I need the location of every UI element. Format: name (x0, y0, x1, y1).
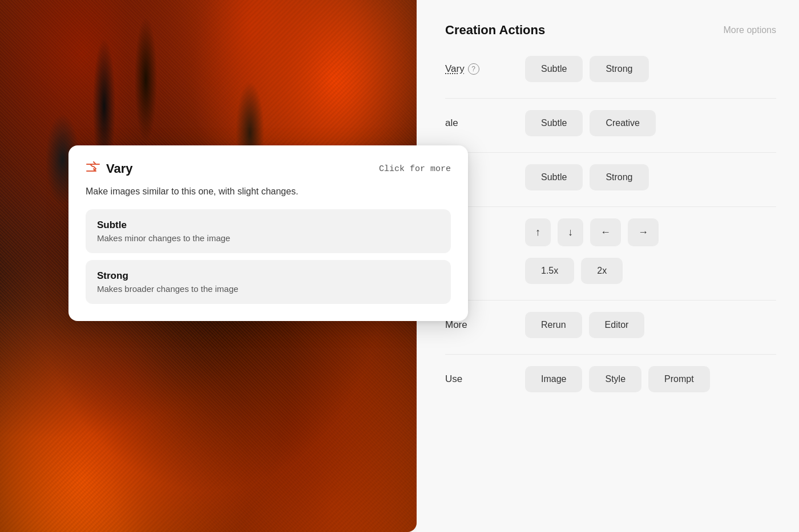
popup-option-strong-title: Strong (97, 270, 439, 282)
use-label-text: Use (445, 373, 462, 385)
editor-btn[interactable]: Editor (589, 312, 645, 338)
use-prompt-btn[interactable]: Prompt (648, 366, 710, 392)
arrow-btn-group: ↑ ↓ ← → (525, 218, 659, 246)
rerun-btn[interactable]: Rerun (525, 312, 582, 338)
popup-option-strong-desc: Makes broader changes to the image (97, 284, 439, 294)
scale-subtle-btn[interactable]: Subtle (525, 110, 583, 136)
popup-title-row: Vary (86, 161, 133, 176)
divider-3 (445, 206, 776, 207)
third-subtle-btn[interactable]: Subtle (525, 164, 583, 190)
scale-creative-btn[interactable]: Creative (590, 110, 656, 136)
arrow-action-row: ↑ ↓ ← → (445, 218, 776, 246)
vary-action-row: Vary ? Subtle Strong (445, 56, 776, 82)
popup-header: Vary Click for more (86, 161, 451, 176)
vary-btn-group: Subtle Strong (525, 56, 649, 82)
more-options-link[interactable]: More options (724, 25, 777, 35)
left-panel: Vary Click for more Make images similar … (0, 0, 417, 532)
use-label: Use (445, 373, 525, 385)
vary-help-icon[interactable]: ? (468, 63, 479, 75)
arrow-left-btn[interactable]: ← (590, 218, 621, 246)
vary-popup: Vary Click for more Make images similar … (68, 145, 468, 321)
arrow-down-btn[interactable]: ↓ (558, 218, 583, 246)
divider-1 (445, 98, 776, 99)
popup-description: Make images similar to this one, with sl… (86, 185, 451, 198)
third-action-row: Subtle Strong (445, 164, 776, 190)
use-btn-group: Image Style Prompt (525, 366, 710, 392)
popup-title: Vary (106, 161, 133, 176)
section-header: Creation Actions More options (445, 23, 776, 38)
use-action-row: Use Image Style Prompt (445, 366, 776, 392)
more-action-row: More Rerun Editor (445, 312, 776, 338)
vary-label-text: Vary (445, 63, 465, 75)
zoom-action-row: 1.5x 2x (445, 258, 776, 284)
vary-icon (86, 161, 100, 176)
divider-5 (445, 354, 776, 355)
scale-label-text: ale (445, 117, 458, 129)
popup-option-subtle[interactable]: Subtle Makes minor changes to the image (86, 209, 451, 253)
use-image-btn[interactable]: Image (525, 366, 582, 392)
third-btn-group: Subtle Strong (525, 164, 649, 190)
scale-label: ale (445, 117, 525, 129)
scale-action-row: ale Subtle Creative (445, 110, 776, 136)
divider-4 (445, 300, 776, 300)
vary-label: Vary ? (445, 63, 525, 75)
use-style-btn[interactable]: Style (589, 366, 641, 392)
popup-option-subtle-desc: Makes minor changes to the image (97, 233, 439, 243)
click-for-more-label: Click for more (379, 164, 451, 174)
popup-option-subtle-title: Subtle (97, 220, 439, 231)
zoom-2x-btn[interactable]: 2x (581, 258, 623, 284)
third-strong-btn[interactable]: Strong (590, 164, 648, 190)
scale-btn-group: Subtle Creative (525, 110, 656, 136)
popup-option-strong[interactable]: Strong Makes broader changes to the imag… (86, 260, 451, 304)
zoom-btn-group: 1.5x 2x (525, 258, 623, 284)
zoom-15x-btn[interactable]: 1.5x (525, 258, 574, 284)
section-title: Creation Actions (445, 23, 545, 38)
arrow-right-btn[interactable]: → (628, 218, 659, 246)
divider-2 (445, 152, 776, 153)
vary-strong-btn[interactable]: Strong (590, 56, 648, 82)
arrow-up-btn[interactable]: ↑ (525, 218, 551, 246)
vary-subtle-btn[interactable]: Subtle (525, 56, 583, 82)
more-btn-group: Rerun Editor (525, 312, 644, 338)
right-panel: Creation Actions More options Vary ? Sub… (417, 0, 799, 532)
